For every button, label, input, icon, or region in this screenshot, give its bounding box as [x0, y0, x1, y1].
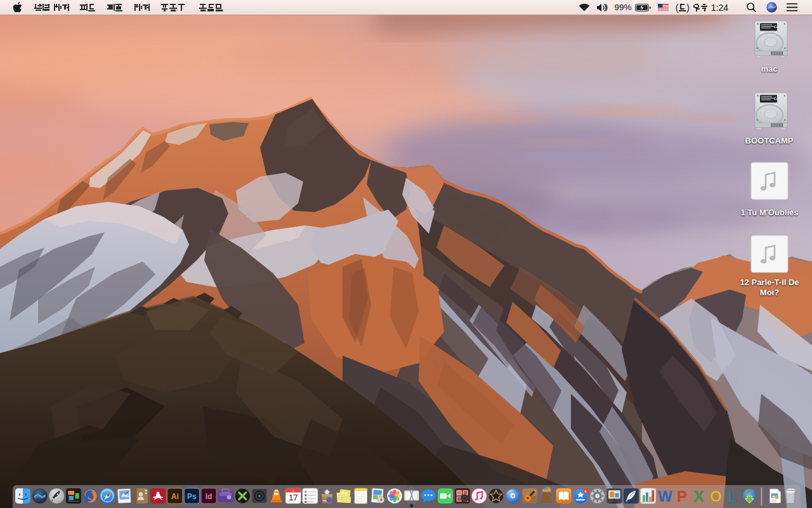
svg-text:Ai: Ai — [171, 492, 179, 501]
svg-text:Ps: Ps — [187, 492, 197, 501]
svg-text:6: 6 — [292, 490, 294, 492]
svg-text:PDF: PDF — [772, 500, 776, 502]
svg-text:X: X — [694, 488, 704, 505]
svg-text:P: P — [677, 488, 687, 505]
svg-text:Id: Id — [206, 492, 213, 501]
svg-text:W: W — [658, 488, 672, 505]
svg-text:17: 17 — [289, 493, 298, 502]
svg-text:O: O — [710, 488, 722, 505]
svg-text:L: L — [728, 488, 738, 505]
